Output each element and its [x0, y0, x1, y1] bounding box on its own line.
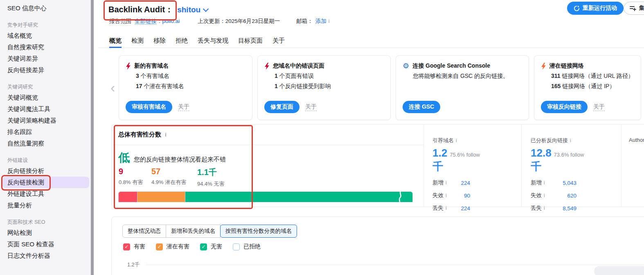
row-lost-value[interactable]: 8,549	[563, 205, 576, 211]
email-info-icon[interactable]: i	[329, 18, 330, 24]
tab-disavow[interactable]: 拒绝	[176, 34, 188, 48]
row-new: 新增i5,043	[531, 179, 576, 186]
sidebar-item-domain-overview[interactable]: 域名概览	[7, 30, 91, 41]
card-title: 新的有害域名	[134, 62, 169, 70]
sidebar-section-keyword-research: 关键词研究	[7, 82, 91, 92]
segment-domains-by-toxicity[interactable]: 按照有害性分数分类的域名	[220, 225, 297, 238]
legend-potentially-toxic[interactable]: ✓ 潜在有害	[156, 243, 189, 250]
list-plus-icon	[630, 5, 636, 11]
row-new-value[interactable]: 224	[461, 180, 470, 186]
sidebar-item-log-file-analyzer[interactable]: 日志文件分析器	[7, 250, 91, 261]
authority-score-title: Authority Score	[629, 137, 644, 143]
sidebar-item-keyword-gap[interactable]: 关键词差异	[7, 53, 91, 64]
tab-about[interactable]: 关于	[272, 34, 285, 48]
connect-gsc-button[interactable]: 连接 GSC	[403, 101, 440, 113]
segment-overall-progress[interactable]: 整体情况动态	[122, 225, 166, 238]
stat-potentially-toxic-value: 57	[151, 167, 186, 176]
checkbox-checked-icon[interactable]: ✓	[200, 243, 207, 250]
sidebar-item-seo-dashboard[interactable]: SEO 信息中心	[7, 2, 91, 14]
card-metric: 3	[136, 73, 139, 79]
row-broken-value[interactable]: 90	[464, 193, 470, 199]
bar-segment-potentially-toxic[interactable]	[137, 191, 185, 202]
checkbox-checked-icon[interactable]: ✓	[156, 243, 163, 250]
checkbox-checked-icon[interactable]: ✓	[123, 243, 130, 250]
review-toxic-domains-button[interactable]: 审核有害域名	[126, 101, 172, 113]
chart-view-switcher: 整体情况动态 新增和丢失的域名 按照有害性分数分类的域名	[122, 225, 297, 238]
scope-link[interactable]: 全部链接：pollo.ai	[135, 18, 180, 25]
sidebar-item-keyword-magic-tool[interactable]: 关键词魔法工具	[7, 103, 91, 115]
sidebar-item-position-tracking[interactable]: 排名跟踪	[7, 126, 91, 138]
tab-audit[interactable]: 检测	[131, 34, 144, 48]
legend-toxic[interactable]: ✓ 有害	[123, 243, 145, 250]
fix-pages-button[interactable]: 修复页面	[264, 101, 299, 113]
review-backlinks-button[interactable]: 审核反向链接	[541, 101, 588, 113]
analyzed-backlinks-follow: 73.6% follow	[554, 152, 584, 158]
sidebar-item-onpage-seo-checker[interactable]: 页面 SEO 检查器	[7, 239, 91, 250]
toxicity-bar	[118, 191, 413, 202]
sidebar-section-competitive-research: 竞争对手研究	[7, 20, 91, 30]
card-metric: 311	[551, 73, 561, 79]
sidebar-item-keyword-overview[interactable]: 关键词概览	[7, 92, 91, 103]
referring-domains-column: 引荐域名i 1.2千75.6% follow 新增i224 失效i90 丢失i2…	[432, 137, 470, 212]
rerun-campaign-button[interactable]: 重新运行活动	[567, 2, 624, 15]
row-lost-value[interactable]: 224	[461, 205, 470, 211]
bar-segment-non-toxic[interactable]	[185, 191, 413, 202]
tab-lost-found[interactable]: 丢失与发现	[198, 34, 228, 48]
info-icon[interactable]: i	[446, 180, 447, 186]
legend-disavowed[interactable]: 已拒绝	[233, 243, 261, 250]
sidebar-item-organic-research[interactable]: 自然搜索研究	[7, 41, 91, 53]
sidebar-item-bulk-analysis[interactable]: 批量分析	[7, 200, 91, 211]
card-connect-gsc: ⚙ 连接 Google Search Console 您将能够检测来自 GSC …	[396, 55, 529, 120]
sidebar-item-link-building-tool[interactable]: 外链建设工具	[7, 188, 91, 200]
toxicity-info-icon[interactable]: i	[165, 132, 166, 138]
referring-domains-follow: 75.6% follow	[450, 152, 480, 158]
gear-icon: ⚙	[403, 63, 409, 69]
row-new: 新增i224	[432, 179, 470, 186]
carousel-prev-arrow[interactable]: ‹	[110, 80, 115, 94]
about-link[interactable]: 关于	[305, 103, 317, 111]
sidebar-item-backlink-gap[interactable]: 反向链接差异	[7, 64, 91, 76]
sidebar-section-onpage-tech-seo: 页面和技术 SEO	[7, 217, 91, 227]
sidebar-item-site-audit[interactable]: 网站检测	[7, 227, 91, 239]
email-add-link[interactable]: 添加	[315, 18, 327, 25]
card-link-networks: 潜在链接网络 311 链接网络（通过 URL 路径） 165 链接网络（通过 I…	[534, 55, 641, 120]
tab-target-pages[interactable]: 目标页面	[238, 34, 263, 48]
corner-widget[interactable]	[594, 266, 644, 275]
info-icon[interactable]: i	[446, 193, 447, 198]
lightning-icon	[264, 63, 270, 70]
sidebar-item-backlink-audit[interactable]: 反向链接检测	[2, 177, 89, 188]
row-broken: 失效i620	[531, 192, 576, 199]
legend-non-toxic[interactable]: ✓ 无害	[200, 243, 222, 250]
row-broken-value[interactable]: 620	[567, 193, 576, 199]
gridline	[146, 265, 644, 265]
analyzed-backlinks-info-icon[interactable]: i	[570, 138, 571, 143]
sidebar-scrollbar[interactable]	[91, 0, 94, 275]
sidebar-item-backlink-analytics[interactable]: 反向链接分析	[7, 165, 91, 177]
stat-non-toxic-pct: 94.4% 无害	[197, 180, 224, 188]
info-icon[interactable]: i	[544, 193, 545, 198]
about-link[interactable]: 关于	[178, 103, 189, 111]
referring-domains-info-icon[interactable]: i	[456, 138, 457, 143]
card-title: 潜在链接网络	[549, 62, 584, 70]
chevron-down-icon	[203, 6, 209, 11]
divider	[521, 125, 522, 207]
info-icon[interactable]: i	[544, 180, 545, 186]
y-axis-label: 1.2千	[127, 261, 140, 268]
project-selector[interactable]: shitou	[177, 5, 208, 14]
about-link[interactable]: 关于	[593, 103, 605, 111]
sidebar-item-organic-traffic-insights[interactable]: 自然流量洞察	[7, 138, 91, 149]
stat-toxic: 9 0.8% 有害	[119, 167, 143, 186]
row-new-value[interactable]: 5,043	[563, 180, 576, 186]
stat-potentially-toxic: 57 4.9% 潜在有害	[151, 167, 186, 186]
info-icon[interactable]: i	[446, 205, 447, 211]
bar-segment-toxic[interactable]	[118, 191, 137, 202]
sidebar-item-keyword-strategy-builder[interactable]: 关键词策略构建器	[7, 115, 91, 126]
integrations-button[interactable]: 集成	[624, 2, 644, 15]
segment-new-lost-domains[interactable]: 新增和丢失的域名	[166, 225, 221, 238]
tab-remove[interactable]: 移除	[153, 34, 166, 48]
card-new-toxic-domains: 新的有害域名 3 个有害域名 17 个潜在有害域名 审核有害域名 关于	[119, 55, 252, 120]
tab-overview[interactable]: 概览	[109, 34, 122, 48]
checkbox-unchecked-icon[interactable]	[233, 243, 240, 250]
row-broken: 失效i90	[432, 192, 470, 199]
info-icon[interactable]: i	[544, 205, 545, 211]
